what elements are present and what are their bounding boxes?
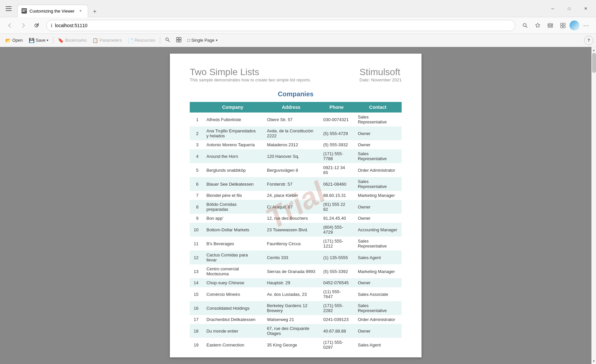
cell-address: Walserweg 21 bbox=[263, 315, 319, 324]
table-row: 17 Drachenblut Delikatessen Walserweg 21… bbox=[190, 315, 402, 324]
cell-company: Antonio Moreno Taquería bbox=[202, 140, 263, 149]
svg-rect-15 bbox=[563, 26, 565, 28]
table-row: 18 Du monde entier 67, rue des Cinquante… bbox=[190, 324, 402, 338]
svg-rect-4 bbox=[22, 10, 26, 10]
cell-company: Cactus Comidas para llevar bbox=[202, 250, 263, 264]
scroll-track[interactable] bbox=[592, 53, 596, 358]
cell-contact: Owner bbox=[354, 126, 402, 140]
table-row: 2 Ana Trujillo Emparedados y helados Avd… bbox=[190, 126, 402, 140]
scroll-down-button[interactable]: ▼ bbox=[592, 358, 596, 364]
save-button[interactable]: 💾 Save ▾ bbox=[26, 36, 51, 44]
table-row: 14 Chop-suey Chinese Hauptstr. 29 0452-0… bbox=[190, 278, 402, 287]
open-button[interactable]: 📂 Open bbox=[3, 36, 25, 44]
cell-address: 67, rue des Cinquante Otages bbox=[263, 324, 319, 338]
bookmarks-button[interactable]: 🔖 Bookmarks bbox=[55, 36, 89, 44]
favorites-bar-button[interactable] bbox=[544, 20, 556, 31]
sidebar-toggle-button[interactable] bbox=[3, 3, 15, 15]
minimize-button[interactable]: ─ bbox=[545, 3, 560, 14]
cell-num: 8 bbox=[190, 200, 202, 214]
cell-address: 120 Hanover Sq. bbox=[263, 149, 319, 163]
collections-button[interactable] bbox=[557, 20, 569, 31]
cell-company: B's Beverages bbox=[202, 237, 263, 250]
cell-contact: Owner bbox=[354, 140, 402, 149]
cell-company: Alfreds Futterkiste bbox=[202, 113, 263, 126]
svg-rect-14 bbox=[561, 26, 563, 28]
viewer-area[interactable]: Trial Two Simple Lists This sample demon… bbox=[0, 47, 591, 364]
find-button[interactable] bbox=[162, 36, 173, 45]
back-button[interactable] bbox=[4, 20, 16, 31]
titlebar: Customizing the Viewer × + ─ □ ✕ bbox=[0, 0, 596, 17]
cell-contact: Order Administrator bbox=[354, 163, 402, 177]
search-button[interactable] bbox=[519, 20, 531, 31]
cell-num: 10 bbox=[190, 223, 202, 237]
cell-num: 5 bbox=[190, 163, 202, 177]
close-button[interactable]: ✕ bbox=[578, 3, 593, 14]
refresh-button[interactable] bbox=[30, 20, 42, 31]
cell-company: Bólido Comidas preparadas bbox=[202, 200, 263, 214]
table-row: 15 Comércio Mineiro Av. dos Lusíadas, 23… bbox=[190, 287, 402, 301]
cell-address: Berguvsvägen 8 bbox=[263, 163, 319, 177]
parameters-button[interactable]: 📋 Parameters bbox=[90, 36, 124, 44]
cell-company: Consolidated Holdings bbox=[202, 301, 263, 315]
cell-num: 6 bbox=[190, 177, 202, 191]
profile-avatar[interactable] bbox=[570, 21, 579, 30]
doc-header: Two Simple Lists This sample demonstrate… bbox=[190, 67, 402, 82]
tab-customizing-viewer[interactable]: Customizing the Viewer × bbox=[17, 5, 88, 17]
svg-rect-5 bbox=[22, 11, 25, 12]
doc-header-right: Stimulsoft Date: November 2021 bbox=[360, 67, 402, 82]
cell-contact: Owner bbox=[354, 324, 402, 338]
table-row: 7 Blondel père et fils 24, place Kléber … bbox=[190, 191, 402, 200]
help-button[interactable]: ? bbox=[584, 36, 593, 45]
cell-contact: Sales Agent bbox=[354, 338, 402, 352]
cell-phone: (1) 135-5555 bbox=[319, 250, 354, 264]
pagetype-button[interactable]: □ Single Page ▾ bbox=[185, 36, 220, 44]
scrollbar[interactable]: ▲ ▼ bbox=[591, 47, 596, 364]
cell-address: C/ Araquil, 67 bbox=[263, 200, 319, 214]
viewmode-button[interactable] bbox=[174, 36, 184, 45]
scroll-up-button[interactable]: ▲ bbox=[592, 47, 596, 53]
tab-close-button[interactable]: × bbox=[77, 8, 84, 14]
maximize-button[interactable]: □ bbox=[562, 3, 577, 14]
cell-company: Chop-suey Chinese bbox=[202, 278, 263, 287]
cell-address: Obere Str. 57 bbox=[263, 113, 319, 126]
cell-contact: Owner bbox=[354, 278, 402, 287]
cell-contact: Sales Agent bbox=[354, 250, 402, 264]
cell-phone: (171) 555-2282 bbox=[319, 301, 354, 315]
cell-phone: (5) 555-3392 bbox=[319, 264, 354, 278]
table-row: 4 Around the Horn 120 Hanover Sq. (171) … bbox=[190, 149, 402, 163]
new-tab-button[interactable]: + bbox=[89, 7, 100, 17]
url-input[interactable] bbox=[55, 23, 511, 28]
cell-contact: Sales Representative bbox=[354, 237, 402, 250]
cell-company: Blondel père et fils bbox=[202, 191, 263, 200]
cell-address: 35 King George bbox=[263, 338, 319, 352]
cell-num: 14 bbox=[190, 278, 202, 287]
table-header-row: Company Address Phone Contact bbox=[190, 102, 402, 113]
cell-phone: 030-0074321 bbox=[319, 113, 354, 126]
resources-icon: 📄 bbox=[128, 38, 133, 43]
parameters-icon: 📋 bbox=[92, 38, 98, 43]
resources-button[interactable]: 📄 Resources bbox=[125, 36, 158, 44]
table-row: 6 Blauer See Delikatessen Forsterstr. 57… bbox=[190, 177, 402, 191]
separator-1 bbox=[53, 37, 53, 44]
cell-company: Bottom-Dollar Markets bbox=[202, 223, 263, 237]
table-row: 16 Consolidated Holdings Berkeley Garden… bbox=[190, 301, 402, 315]
cell-company: Blauer See Delikatessen bbox=[202, 177, 263, 191]
favorites-button[interactable] bbox=[532, 20, 544, 31]
cell-phone: 0621-08460 bbox=[319, 177, 354, 191]
svg-line-17 bbox=[168, 40, 170, 42]
tab-title: Customizing the Viewer bbox=[29, 9, 74, 14]
svg-rect-1 bbox=[6, 8, 12, 9]
table-row: 5 Berglunds snabbköp Berguvsvägen 8 0921… bbox=[190, 163, 402, 177]
svg-rect-18 bbox=[176, 37, 178, 39]
table-row: 19 Eastern Connection 35 King George (17… bbox=[190, 338, 402, 352]
window-controls: ─ □ ✕ bbox=[545, 3, 593, 14]
more-button[interactable]: ⋯ bbox=[580, 20, 592, 31]
cell-num: 13 bbox=[190, 264, 202, 278]
cell-address: Fauntleroy Circus bbox=[263, 237, 319, 250]
cell-address: Av. dos Lusíadas, 23 bbox=[263, 287, 319, 301]
table-body: 1 Alfreds Futterkiste Obere Str. 57 030-… bbox=[190, 113, 402, 352]
scroll-thumb[interactable] bbox=[592, 53, 596, 73]
doc-brand: Stimulsoft bbox=[360, 67, 402, 77]
address-bar[interactable]: ℹ bbox=[46, 20, 515, 31]
forward-button[interactable] bbox=[17, 20, 29, 31]
